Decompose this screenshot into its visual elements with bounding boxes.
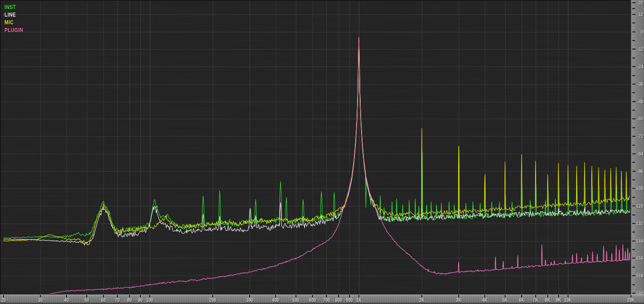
x-tick-label: 10K: [564, 297, 572, 303]
y-tick-label: -120: [635, 203, 643, 209]
x-tick-label: 9K: [556, 297, 561, 303]
x-tick-label: 800: [335, 297, 342, 303]
x-tick-label: 700: [323, 297, 330, 303]
y-tick-label: -48: [637, 99, 643, 104]
y-axis-minor-tick: [632, 197, 635, 198]
y-axis-minor-tick: [632, 267, 635, 268]
y-axis-tick: [632, 2, 635, 3]
x-tick-label: 8K: [545, 297, 550, 303]
x-tick-label: 20: [1, 297, 6, 303]
x-tick-label: 30: [38, 297, 43, 303]
y-axis-minor-tick: [632, 92, 635, 93]
x-tick-label: 200: [209, 297, 216, 303]
y-axis-minor-tick: [632, 40, 635, 41]
x-tick-label: 500: [292, 297, 299, 303]
y-axis-minor-tick: [632, 75, 635, 76]
legend: INST LINE MIC PLUGIN: [4, 3, 28, 34]
x-tick-label: 5K: [502, 297, 508, 303]
y-tick-label: -132: [635, 221, 643, 226]
legend-item-mic[interactable]: MIC: [4, 18, 23, 26]
y-axis-tick: [632, 31, 635, 32]
plot-top-edge: [0, 0, 631, 1]
x-tick-label: 4K: [482, 297, 487, 303]
y-axis-panel: 20120-12-24-36-48-60-72-84-96-108-120-13…: [631, 0, 644, 295]
x-tick-label: 7K: [533, 297, 538, 303]
y-tick-label: -84: [637, 151, 643, 156]
legend-item-inst[interactable]: INST: [4, 3, 23, 11]
plot-left-edge: [0, 0, 1, 295]
y-axis-tick: [632, 14, 635, 15]
y-tick-label: 20: [639, 0, 643, 5]
y-tick-label: -24: [637, 64, 643, 69]
y-axis-minor-tick: [632, 215, 635, 215]
y-axis-minor-tick: [632, 162, 635, 163]
y-tick-label: -96: [637, 169, 643, 174]
y-tick-label: -36: [637, 81, 643, 87]
y-axis-minor-tick: [632, 232, 635, 232]
y-axis-minor-tick: [632, 110, 635, 111]
y-axis-tick: [632, 171, 635, 172]
y-tick-label: -144: [635, 238, 643, 244]
y-tick-label: -12: [637, 46, 643, 52]
y-axis-minor-tick: [632, 145, 635, 146]
x-tick-label: 900: [346, 297, 353, 303]
x-tick-label: 2K: [419, 297, 425, 303]
y-axis-minor-tick: [632, 8, 635, 9]
y-axis-tick: [632, 49, 635, 49]
x-tick-label: 600: [309, 297, 316, 303]
y-axis-tick: [632, 66, 635, 67]
y-tick-label: -156: [635, 255, 643, 261]
y-axis-tick: [632, 153, 635, 154]
y-axis-tick: [632, 118, 635, 119]
spectrum-analyzer-window: 20120-12-24-36-48-60-72-84-96-108-120-13…: [0, 0, 644, 304]
y-tick-label: -108: [635, 186, 643, 191]
y-axis-tick: [632, 136, 635, 137]
x-tick-label: 400: [272, 297, 279, 303]
y-axis-minor-tick: [632, 58, 635, 58]
x-tick-label: 40: [64, 297, 69, 303]
x-tick-label: 6K: [519, 297, 524, 303]
y-axis-minor-tick: [632, 284, 635, 285]
y-tick-label: 12: [639, 12, 643, 17]
y-tick-label: -72: [637, 134, 643, 139]
x-axis-panel: 2030405060708090100200300400500600700800…: [0, 295, 644, 304]
spectrum-plot-canvas: [0, 0, 644, 304]
y-tick-label: -60: [637, 116, 643, 121]
y-axis-minor-tick: [632, 22, 635, 23]
y-axis-minor-tick: [632, 179, 635, 180]
x-tick-label: 60: [101, 297, 106, 303]
y-axis-minor-tick: [632, 249, 635, 250]
y-tick-label: 0: [641, 29, 643, 35]
x-tick-label: 80: [127, 297, 132, 303]
x-tick-label: 1K: [356, 297, 362, 303]
x-tick-label: 70: [115, 297, 120, 303]
legend-item-line[interactable]: LINE: [4, 11, 23, 18]
y-axis-minor-tick: [632, 127, 635, 128]
y-axis-tick: [632, 84, 635, 85]
x-tick-label: 50: [85, 297, 89, 303]
y-tick-label: -168: [635, 273, 643, 278]
y-axis-tick: [632, 101, 635, 102]
legend-item-plugin[interactable]: PLUGIN: [4, 26, 23, 34]
x-tick-label: 100: [146, 297, 153, 303]
x-tick-label: 20K: [627, 297, 635, 303]
x-tick-label: 300: [246, 297, 253, 303]
x-tick-label: 3K: [456, 297, 461, 303]
x-tick-label: 90: [138, 297, 143, 303]
